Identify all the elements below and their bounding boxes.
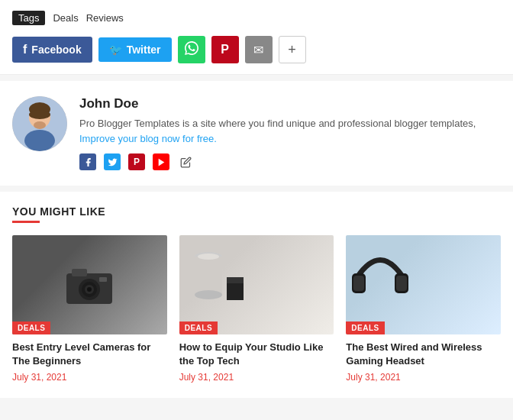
facebook-icon: f xyxy=(23,43,27,57)
article-date-0: July 31, 2021 xyxy=(12,372,167,383)
article-badge-2: DEALS xyxy=(346,321,384,334)
svg-rect-18 xyxy=(227,277,244,283)
author-name: John Doe xyxy=(79,96,501,111)
svg-rect-13 xyxy=(99,277,107,282)
twitter-label: Twitter xyxy=(127,44,161,56)
article-title-2: The Best Wired and Wireless Gaming Heads… xyxy=(346,341,501,368)
article-badge-0: DEALS xyxy=(12,321,50,334)
you-might-like-section: YOU MIGHT LIKE DEALS Best Entry Level Ca… xyxy=(0,192,513,398)
article-date-2: July 31, 2021 xyxy=(346,372,501,383)
email-share-button[interactable]: ✉ xyxy=(245,36,273,63)
section-heading: YOU MIGHT LIKE xyxy=(12,205,501,218)
article-thumb-0: DEALS xyxy=(12,235,167,334)
email-icon: ✉ xyxy=(253,43,263,57)
svg-point-5 xyxy=(34,121,46,129)
article-badge-1: DEALS xyxy=(179,321,218,334)
svg-marker-6 xyxy=(158,158,164,166)
twitter-share-button[interactable]: 🐦 Twitter xyxy=(98,37,172,62)
author-socials: P xyxy=(79,153,501,170)
top-section: Tags Deals Reviews f Facebook 🐦 Twitter … xyxy=(0,0,513,75)
author-bio-link[interactable]: Improve your blog now for free. xyxy=(79,133,217,144)
tag-tags[interactable]: Tags xyxy=(12,11,45,25)
pinterest-share-button[interactable]: P xyxy=(211,36,239,63)
svg-rect-8 xyxy=(72,269,87,276)
svg-rect-17 xyxy=(227,281,244,300)
whatsapp-icon xyxy=(185,41,198,58)
svg-rect-22 xyxy=(353,276,364,291)
article-card-0[interactable]: DEALS Best Entry Level Cameras for The B… xyxy=(12,235,167,383)
svg-point-12 xyxy=(87,287,92,292)
svg-point-4 xyxy=(29,110,50,119)
pinterest-icon: P xyxy=(221,43,229,57)
article-title-1: How to Equip Your Studio Like the Top Te… xyxy=(179,341,334,368)
article-card-1[interactable]: DEALS How to Equip Your Studio Like the … xyxy=(179,235,334,383)
social-share-row: f Facebook 🐦 Twitter P ✉ + xyxy=(12,36,501,63)
whatsapp-share-button[interactable] xyxy=(178,36,205,63)
more-icon: + xyxy=(288,42,296,58)
section-underline xyxy=(12,221,40,223)
twitter-bird-icon: 🐦 xyxy=(109,44,122,56)
tag-reviews[interactable]: Reviews xyxy=(86,12,124,24)
facebook-share-button[interactable]: f Facebook xyxy=(12,37,92,63)
article-title-0: Best Entry Level Cameras for The Beginne… xyxy=(12,341,167,368)
author-pinterest-icon[interactable]: P xyxy=(128,153,145,170)
svg-rect-15 xyxy=(195,257,222,295)
author-edit-icon[interactable] xyxy=(177,153,194,170)
svg-point-19 xyxy=(198,254,219,260)
author-facebook-icon[interactable] xyxy=(79,153,96,170)
tags-row: Tags Deals Reviews xyxy=(12,11,501,25)
facebook-label: Facebook xyxy=(31,44,81,56)
articles-grid: DEALS Best Entry Level Cameras for The B… xyxy=(12,235,501,383)
author-section: John Doe Pro Blogger Templates is a site… xyxy=(0,81,513,186)
article-card-2[interactable]: DEALS The Best Wired and Wireless Gaming… xyxy=(346,235,501,383)
svg-rect-23 xyxy=(396,276,407,291)
author-bio: Pro Blogger Templates is a site where yo… xyxy=(79,116,501,146)
author-twitter-icon[interactable] xyxy=(104,153,121,170)
avatar xyxy=(12,96,67,151)
author-youtube-icon[interactable] xyxy=(153,153,169,170)
svg-point-16 xyxy=(195,290,222,299)
more-share-button[interactable]: + xyxy=(279,36,306,63)
author-info: John Doe Pro Blogger Templates is a site… xyxy=(79,96,501,170)
article-date-1: July 31, 2021 xyxy=(179,372,334,383)
article-thumb-2: DEALS xyxy=(346,235,501,334)
svg-point-1 xyxy=(24,130,55,151)
tag-deals[interactable]: Deals xyxy=(53,12,78,24)
article-thumb-1: DEALS xyxy=(179,235,334,334)
